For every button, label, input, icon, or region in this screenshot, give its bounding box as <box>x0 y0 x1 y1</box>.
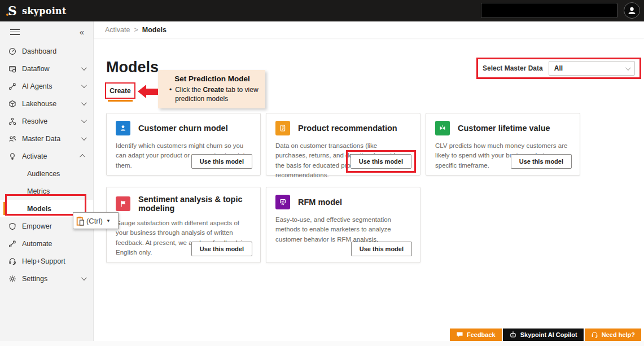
dataflow-icon <box>8 64 16 73</box>
sidebar-header: « <box>0 21 93 42</box>
value-icon <box>435 121 450 135</box>
copilot-label: Skypoint AI Copilot <box>520 331 577 338</box>
chevron-down-icon <box>81 117 87 123</box>
card-description: Easy-to-use, and effective segmentation … <box>275 215 411 244</box>
dropdown-caret-icon[interactable]: ▼ <box>106 218 111 224</box>
chevron-down-icon <box>81 100 87 106</box>
shield-icon <box>8 222 16 230</box>
search-input[interactable] <box>481 3 617 18</box>
sidebar-item-automate[interactable]: Automate <box>0 235 93 252</box>
main-content: Activate > Models Models Select Master D… <box>94 21 644 341</box>
use-this-model-button[interactable]: Use this model <box>191 242 252 256</box>
chevron-down-icon <box>81 275 87 281</box>
clipboard-icon <box>76 216 85 226</box>
instruction-callout: Set Prediction Model • Click the Create … <box>158 70 265 108</box>
card-title: Customer churn model <box>138 124 228 133</box>
card-product-recommendation: Product recommendation Data on customer … <box>266 113 420 176</box>
card-title: Product recommendation <box>298 124 397 133</box>
sidebar-item-settings[interactable]: Settings <box>0 270 93 287</box>
paste-options-popup[interactable]: (Ctrl) ▼ <box>73 212 119 229</box>
breadcrumb-current: Models <box>142 26 167 34</box>
board-icon <box>275 195 290 209</box>
chevron-down-icon <box>625 65 631 71</box>
card-title: Customer lifetime value <box>458 124 550 133</box>
chevron-down-icon <box>81 65 87 71</box>
sidebar-item-activate[interactable]: Activate <box>0 147 93 165</box>
use-this-model-button[interactable]: Use this model <box>191 154 252 169</box>
paste-popup-label: (Ctrl) <box>86 217 103 225</box>
chevron-down-icon <box>81 82 87 88</box>
card-title: RFM model <box>298 198 342 207</box>
breadcrumb-separator: > <box>134 26 138 34</box>
callout-bullet-line: • Click the Create tab to view predictio… <box>165 85 260 103</box>
sidebar-item-resolve[interactable]: Resolve <box>0 112 93 130</box>
need-help-label: Need help? <box>602 331 635 338</box>
collapse-sidebar-icon[interactable]: « <box>80 27 84 37</box>
master-data-label: Select Master Data <box>483 64 543 72</box>
breadcrumb: Activate > Models <box>94 21 644 38</box>
master-data-select[interactable]: All <box>549 61 635 76</box>
lakehouse-icon <box>8 99 16 108</box>
sidebar-item-ai-agents[interactable]: AI Agents <box>0 77 93 95</box>
logo-initial: S <box>8 3 17 18</box>
use-this-model-button[interactable]: Use this model <box>351 242 412 256</box>
headset-icon <box>591 331 598 339</box>
sidebar-item-label: Settings <box>22 275 81 283</box>
headset-icon <box>8 257 16 265</box>
breadcrumb-parent[interactable]: Activate <box>105 26 130 34</box>
sidebar-item-label: Activate <box>22 152 81 160</box>
card-title: Sentiment analysis & topic modeling <box>138 195 251 213</box>
hamburger-menu-icon[interactable] <box>10 29 20 35</box>
speech-bubble-icon <box>456 331 463 338</box>
model-cards-grid: Customer churn model Identify which cust… <box>106 113 580 263</box>
top-bar: S skypoint <box>0 0 644 21</box>
card-rfm-model: RFM model Easy-to-use, and effective seg… <box>266 187 420 263</box>
skypoint-logo[interactable]: S skypoint <box>8 3 67 18</box>
use-this-model-button[interactable]: Use this model <box>511 154 572 169</box>
tab-create[interactable]: Create <box>109 87 130 95</box>
master-data-icon <box>8 134 16 143</box>
sidebar: « Dashboard Dataflow AI Agents <box>0 21 94 341</box>
annotation-box-create: Create <box>105 82 135 99</box>
copilot-bot-icon <box>509 331 517 339</box>
flag-icon <box>116 196 130 211</box>
active-tab-indicator <box>108 100 133 102</box>
sidebar-item-dataflow[interactable]: Dataflow <box>0 60 93 77</box>
skypoint-ai-copilot-button[interactable]: Skypoint AI Copilot <box>503 329 584 341</box>
callout-text: Click the Create tab to view prediction … <box>175 85 260 103</box>
feedback-label: Feedback <box>467 331 496 338</box>
footer-action-bar: Feedback Skypoint AI Copilot Need help? <box>450 329 641 341</box>
sidebar-item-label: Models <box>27 205 85 213</box>
sidebar-item-audiences[interactable]: Audiences <box>0 165 93 182</box>
sidebar-item-label: Automate <box>22 240 85 248</box>
sidebar-item-label: Master Data <box>22 135 81 143</box>
sidebar-item-dashboard[interactable]: Dashboard <box>0 42 93 60</box>
feedback-button[interactable]: Feedback <box>450 329 502 341</box>
chevron-down-icon <box>81 135 87 141</box>
page-title: Models <box>106 59 159 76</box>
need-help-button[interactable]: Need help? <box>585 329 641 341</box>
sidebar-item-master-data[interactable]: Master Data <box>0 130 93 147</box>
annotation-box-master-data: Select Master Data All <box>476 58 641 79</box>
ai-agents-icon <box>8 82 16 90</box>
automate-icon <box>8 239 16 248</box>
dashboard-icon <box>8 47 16 55</box>
sidebar-item-help-support[interactable]: Help+Support <box>0 252 93 270</box>
sidebar-item-label: Resolve <box>22 117 81 125</box>
sidebar-item-label: Lakehouse <box>22 100 81 108</box>
use-this-model-button[interactable]: Use this model <box>351 154 411 169</box>
page: S skypoint « Dashboard Dataflow <box>0 0 644 346</box>
activate-icon <box>8 152 16 160</box>
sidebar-item-label: Dataflow <box>22 65 81 73</box>
sidebar-item-lakehouse[interactable]: Lakehouse <box>0 95 93 112</box>
person-icon <box>116 121 130 135</box>
card-customer-lifetime-value: Customer lifetime value CLV predicts how… <box>426 113 580 176</box>
user-avatar[interactable] <box>624 2 640 19</box>
sidebar-item-label: Audiences <box>27 170 85 178</box>
callout-title: Set Prediction Model <box>165 75 260 83</box>
logo-text: skypoint <box>22 6 67 16</box>
sidebar-item-label: AI Agents <box>22 82 81 90</box>
sidebar-item-label: Help+Support <box>22 257 85 265</box>
sidebar-item-metrics[interactable]: Metrics <box>0 182 93 200</box>
person-icon <box>627 6 637 15</box>
